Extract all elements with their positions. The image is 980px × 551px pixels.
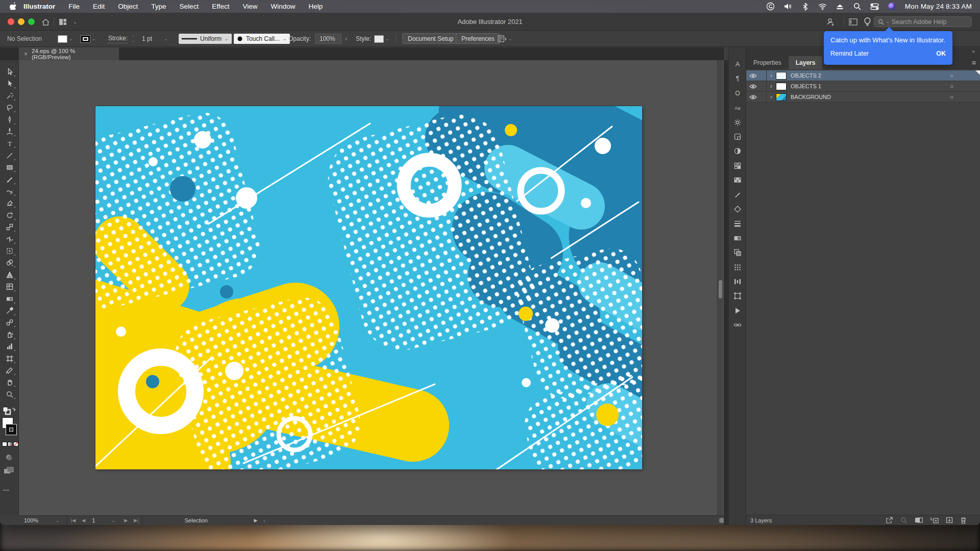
layer-visibility-eye-icon[interactable] xyxy=(746,84,760,89)
layer-thumbnail[interactable] xyxy=(776,83,787,90)
menu-object[interactable]: Object xyxy=(111,3,144,10)
status-play-icon[interactable]: ▶ xyxy=(250,518,261,523)
swap-fill-stroke-icon[interactable] xyxy=(2,406,16,415)
layer-expand-chevron-icon[interactable]: › xyxy=(767,83,776,90)
type-tool[interactable]: T xyxy=(3,138,16,149)
panel-menu-icon[interactable]: ≡ xyxy=(972,59,976,67)
layer-name[interactable]: OBJECTS 1 xyxy=(791,83,821,89)
column-graph-tool[interactable] xyxy=(3,341,16,352)
preferences-button[interactable]: Preferences xyxy=(456,33,500,44)
rectangle-tool[interactable] xyxy=(3,162,16,173)
canvas-area[interactable] xyxy=(19,60,724,515)
paintbrush-tool[interactable] xyxy=(3,174,16,185)
locate-object-icon[interactable] xyxy=(900,517,908,524)
menu-help[interactable]: Help xyxy=(302,3,329,10)
menu-edit[interactable]: Edit xyxy=(86,3,111,10)
layer-target-icon[interactable]: ○ xyxy=(950,94,953,100)
lasso-tool[interactable] xyxy=(3,102,16,113)
eject-icon[interactable] xyxy=(836,2,844,11)
color-button[interactable] xyxy=(2,442,7,446)
menu-type[interactable]: Type xyxy=(144,3,173,10)
spotlight-icon[interactable] xyxy=(853,2,862,11)
layer-thumbnail[interactable] xyxy=(776,72,787,80)
stroke-color-swatch[interactable]: ⌄ xyxy=(81,31,96,46)
layer-row-objects-1[interactable]: ›OBJECTS 1○ xyxy=(746,81,980,92)
curvature-tool[interactable] xyxy=(3,126,16,137)
layer-target-icon[interactable]: ○ xyxy=(950,72,953,79)
artboard[interactable] xyxy=(95,106,642,469)
none-button[interactable] xyxy=(13,442,18,446)
layer-name[interactable]: OBJECTS 2 xyxy=(791,72,821,79)
tab-layers[interactable]: Layers xyxy=(789,56,823,69)
draw-behind-mode-icon[interactable] xyxy=(4,466,14,474)
menu-window[interactable]: Window xyxy=(264,3,302,10)
swatches-panel-icon[interactable] xyxy=(731,174,744,186)
hand-tool[interactable] xyxy=(3,377,16,388)
zoom-level-field[interactable]: 100% xyxy=(19,517,56,523)
color-panel-icon[interactable] xyxy=(731,145,744,157)
magic-wand-tool[interactable] xyxy=(3,90,16,102)
last-artboard-icon[interactable]: ▶| xyxy=(130,518,142,523)
volume-icon[interactable] xyxy=(783,2,792,11)
direct-selection-tool[interactable] xyxy=(3,78,16,89)
draw-normal-mode-icon[interactable] xyxy=(4,453,13,461)
share-document-icon[interactable] xyxy=(825,16,836,28)
layer-target-icon[interactable]: ○ xyxy=(950,83,953,89)
width-tool[interactable] xyxy=(3,234,16,245)
character-panel-icon[interactable]: A xyxy=(731,59,744,70)
menu-file[interactable]: File xyxy=(62,3,86,10)
stroke-weight-stepper[interactable]: ⌃⌄ xyxy=(132,31,137,46)
documents-panel-icon[interactable] xyxy=(847,16,859,28)
bluetooth-icon[interactable] xyxy=(801,2,810,11)
shape-builder-tool[interactable] xyxy=(3,257,16,268)
layer-lock-toggle[interactable] xyxy=(760,70,767,81)
menu-view[interactable]: View xyxy=(236,3,264,10)
scale-tool[interactable] xyxy=(3,221,16,233)
glyphs-panel-icon[interactable]: Aa xyxy=(731,102,744,113)
free-transform-tool[interactable] xyxy=(3,245,16,257)
brush-definition-dropdown[interactable]: Touch Call...⌄ xyxy=(234,34,290,44)
blend-tool[interactable] xyxy=(3,317,16,328)
layer-visibility-eye-icon[interactable] xyxy=(746,73,760,79)
layer-visibility-eye-icon[interactable] xyxy=(746,94,760,100)
layer-lock-toggle[interactable] xyxy=(760,81,767,91)
opacity-chevron-icon[interactable]: › xyxy=(345,31,347,46)
shaper-tool[interactable] xyxy=(3,186,16,197)
eraser-tool[interactable] xyxy=(3,197,16,209)
artboard-number-field[interactable]: 1 xyxy=(88,517,111,523)
menu-effect[interactable]: Effect xyxy=(205,3,236,10)
document-setup-button[interactable]: Document Setup xyxy=(402,33,459,44)
transparency-panel-icon[interactable] xyxy=(731,247,744,258)
gradient-button[interactable] xyxy=(8,442,13,446)
collapse-panels-icon[interactable]: » xyxy=(972,48,975,54)
symbol-sprayer-tool[interactable] xyxy=(3,329,16,340)
slice-tool[interactable] xyxy=(3,365,16,376)
menu-illustrator[interactable]: Illustrator xyxy=(17,3,62,10)
graphic-styles-panel-icon[interactable] xyxy=(731,131,744,142)
perspective-grid-tool[interactable] xyxy=(3,269,16,281)
delete-layer-icon[interactable] xyxy=(960,517,967,524)
layer-expand-chevron-icon[interactable]: › xyxy=(767,93,776,101)
previous-artboard-icon[interactable]: ◀ xyxy=(79,518,88,523)
color-guide-panel-icon[interactable] xyxy=(731,160,744,171)
stroke-weight-chevron-icon[interactable]: ⌄ xyxy=(162,31,168,46)
opacity-label[interactable]: Opacity: xyxy=(288,31,311,46)
first-artboard-icon[interactable]: |◀ xyxy=(67,518,79,523)
stroke-weight-value[interactable]: 1 pt xyxy=(142,31,152,46)
pen-tool[interactable] xyxy=(3,114,16,126)
artboard-tool[interactable] xyxy=(3,353,16,364)
scroll-left-icon[interactable]: ‹ xyxy=(261,517,267,523)
make-clipping-mask-icon[interactable] xyxy=(915,517,923,523)
rotate-tool[interactable] xyxy=(3,210,16,221)
workspace-switcher-icon[interactable]: ⌄ xyxy=(498,31,512,46)
layer-lock-toggle[interactable] xyxy=(760,92,767,102)
whats-new-lightbulb-icon[interactable] xyxy=(862,16,873,28)
links-panel-icon[interactable] xyxy=(731,319,744,331)
apple-menu-icon[interactable] xyxy=(8,2,17,11)
transform-panel-icon[interactable] xyxy=(731,290,744,302)
document-tab[interactable]: × 24.eps @ 100 % (RGB/Preview) xyxy=(19,47,119,60)
close-tab-icon[interactable]: × xyxy=(24,51,28,58)
layer-row-background[interactable]: ›BACKGROUND○ xyxy=(746,92,980,103)
mesh-tool[interactable] xyxy=(3,281,16,292)
stroke-weight-label[interactable]: Stroke: xyxy=(108,34,128,43)
